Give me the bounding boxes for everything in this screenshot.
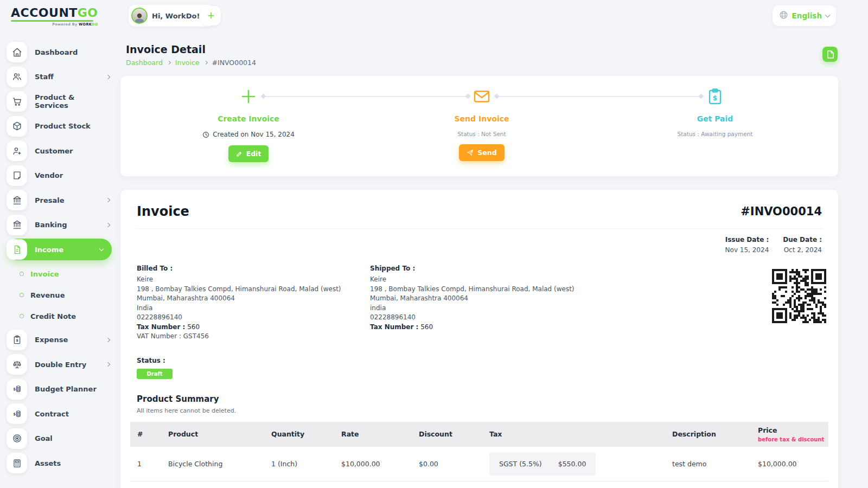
sidebar-subitem-credit-note[interactable]: Credit Note bbox=[7, 306, 119, 327]
quick-add-button[interactable]: + bbox=[201, 6, 221, 25]
note-icon bbox=[7, 165, 27, 186]
app-root: ACCOUNTGO Powered By WORKDO Hi, WorkDo! … bbox=[0, 0, 868, 488]
svg-text:$: $ bbox=[713, 94, 717, 102]
send-invoice-button[interactable]: Send bbox=[459, 144, 504, 161]
chevron-down-icon bbox=[99, 246, 104, 251]
step-create-invoice: Create Invoice Created on Nov 15, 2024 E… bbox=[162, 85, 335, 162]
breadcrumb-dashboard[interactable]: Dashboard bbox=[126, 59, 163, 67]
col-discount: Discount bbox=[419, 422, 489, 447]
breadcrumb-invoice[interactable]: Invoice bbox=[175, 59, 200, 67]
calculator-icon bbox=[7, 453, 27, 473]
cell-num: 1 bbox=[130, 447, 168, 481]
sidebar-item-budget-planner[interactable]: $ Budget Planner bbox=[7, 378, 119, 400]
invoice-heading: Invoice bbox=[137, 204, 189, 219]
sidebar-item-assets[interactable]: Assets bbox=[7, 452, 119, 474]
sidebar-item-goal[interactable]: Goal bbox=[7, 428, 119, 450]
edit-invoice-button[interactable]: Edit bbox=[228, 145, 269, 162]
sidebar-subitem-invoice[interactable]: Invoice bbox=[7, 264, 119, 285]
col-description: Description bbox=[672, 422, 758, 447]
sidebar-item-banking[interactable]: Banking bbox=[7, 214, 119, 236]
cell-tax: SGST (5.5%)$550.00 bbox=[489, 447, 672, 481]
step-get-paid: $ Get Paid Status : Awaiting payment bbox=[628, 85, 802, 137]
breadcrumb: Dashboard Invoice #INVO00014 bbox=[126, 59, 256, 67]
sidebar-item-contract[interactable]: $ Contract bbox=[7, 403, 119, 425]
coins-dollar-icon: $ bbox=[7, 379, 27, 400]
home-icon bbox=[7, 42, 27, 62]
breadcrumb-current: #INVO00014 bbox=[212, 59, 256, 67]
scales-icon bbox=[7, 354, 27, 375]
issue-date-block: Issue Date : Nov 15, 2024 bbox=[725, 236, 769, 254]
bullet-icon bbox=[20, 314, 24, 318]
sidebar-item-presale[interactable]: Presale bbox=[7, 189, 119, 211]
product-summary-table: # Product Quantity Rate Discount Tax Des… bbox=[130, 422, 828, 488]
status-badge: Draft bbox=[137, 369, 173, 379]
step-status: Status : Not Sent bbox=[395, 131, 569, 137]
coins-dollar-icon: $ bbox=[7, 403, 27, 424]
svg-text:$: $ bbox=[13, 387, 16, 391]
total-quantity: 1 bbox=[271, 481, 341, 488]
sidebar-item-product-stock[interactable]: Product Stock bbox=[7, 115, 119, 137]
step-status: Created on Nov 15, 2024 bbox=[162, 131, 335, 138]
shipped-to-block: Shipped To : Keire 198 , Bombay Talkies … bbox=[370, 265, 822, 342]
sidebar-item-vendor[interactable]: Vendor bbox=[7, 165, 119, 187]
sidebar-item-double-entry[interactable]: Double Entry bbox=[7, 354, 119, 375]
sidebar-item-product-services[interactable]: Product & Services bbox=[7, 91, 119, 112]
sidebar-item-customer[interactable]: Customer bbox=[7, 140, 119, 162]
users-icon bbox=[7, 67, 27, 87]
billed-to-block: Billed To : Keire 198 , Bombay Talkies C… bbox=[137, 265, 370, 342]
col-tax: Tax bbox=[489, 422, 672, 447]
bullet-icon bbox=[20, 272, 24, 276]
sidebar: Dashboard Staff Product & Services Produ… bbox=[0, 34, 119, 488]
step-status: Status : Awaiting payment bbox=[628, 131, 802, 137]
sidebar-item-staff[interactable]: Staff bbox=[7, 66, 119, 88]
box-icon bbox=[7, 116, 27, 137]
chevron-right-icon bbox=[106, 222, 110, 227]
logo-powered-by: Powered By WORKDO bbox=[11, 22, 98, 27]
sidebar-item-dashboard[interactable]: Dashboard bbox=[7, 41, 119, 63]
bullet-icon bbox=[20, 293, 24, 297]
sidebar-item-income[interactable]: Income bbox=[7, 239, 112, 260]
table-row: 1 Bicycle Clothing 1 (Inch) $10,000.00 $… bbox=[130, 447, 828, 481]
cell-rate: $10,000.00 bbox=[341, 447, 419, 481]
greeting-text: Hi, WorkDo! bbox=[152, 12, 200, 20]
invoice-addresses: Billed To : Keire 198 , Bombay Talkies C… bbox=[137, 265, 822, 342]
duplicate-invoice-button[interactable] bbox=[822, 47, 838, 62]
logo-underline bbox=[11, 20, 93, 22]
table-header-row: # Product Quantity Rate Discount Tax Des… bbox=[130, 422, 828, 447]
invoice-detail-card: Invoice #INVO00014 Issue Date : Nov 15, … bbox=[120, 190, 838, 488]
product-summary-note: All items here cannot be deleted. bbox=[137, 407, 822, 414]
invoice-workflow-card: Create Invoice Created on Nov 15, 2024 E… bbox=[120, 76, 838, 176]
envelope-icon bbox=[395, 85, 569, 108]
bank-icon bbox=[7, 190, 27, 210]
col-rate: Rate bbox=[341, 422, 419, 447]
language-selector[interactable]: English bbox=[773, 5, 836, 26]
svg-text:$: $ bbox=[13, 412, 16, 416]
tax-chip: SGST (5.5%)$550.00 bbox=[489, 452, 596, 476]
sidebar-item-expense[interactable]: $ Expense bbox=[7, 329, 119, 351]
step-title: Create Invoice bbox=[162, 114, 335, 123]
sidebar-subitem-revenue[interactable]: Revenue bbox=[7, 285, 119, 306]
cell-product: Bicycle Clothing bbox=[168, 447, 271, 481]
col-price: Price before tax & discount bbox=[758, 422, 828, 447]
avatar bbox=[131, 8, 148, 24]
logo-text: ACCOUNTGO bbox=[11, 6, 98, 20]
divider bbox=[137, 228, 822, 229]
price-note: before tax & discount bbox=[758, 436, 828, 442]
cell-price: $10,000.00 bbox=[758, 447, 828, 481]
cell-quantity: 1 (Inch) bbox=[271, 447, 341, 481]
total-tax: $550.00 bbox=[489, 481, 672, 488]
accountgo-logo[interactable]: ACCOUNTGO Powered By WORKDO bbox=[11, 6, 98, 27]
total-discount: $0.00 bbox=[419, 481, 489, 488]
chevron-down-icon bbox=[825, 12, 831, 18]
due-date-block: Due Date : Oct 2, 2024 bbox=[783, 236, 822, 254]
invoice-number: #INVO00014 bbox=[741, 205, 822, 218]
cell-discount: $0.00 bbox=[419, 447, 489, 481]
cart-icon bbox=[7, 91, 27, 112]
total-label: Total bbox=[168, 481, 271, 488]
paid-clipboard-icon: $ bbox=[628, 85, 802, 108]
step-title: Send Invoice bbox=[395, 114, 569, 123]
pencil-icon bbox=[236, 151, 242, 157]
page-title: Invoice Detail bbox=[126, 43, 256, 55]
chevron-right-icon bbox=[106, 337, 110, 342]
svg-text:$: $ bbox=[16, 338, 18, 343]
